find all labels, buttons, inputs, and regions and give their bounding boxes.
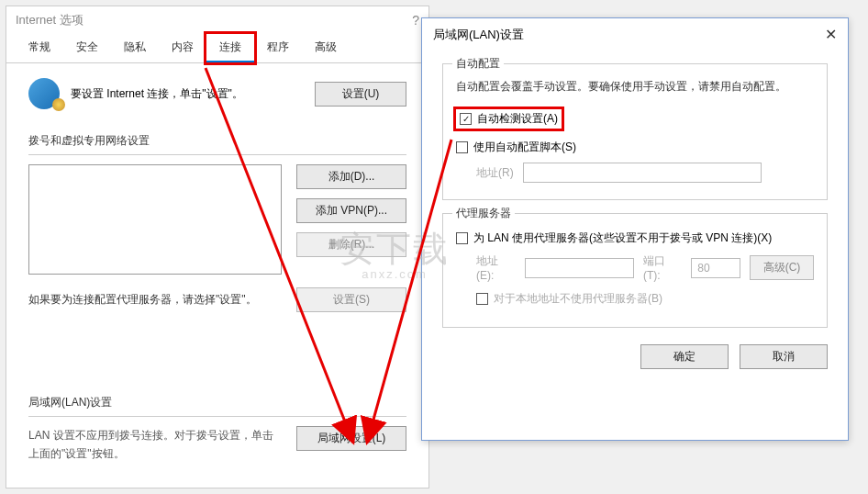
intro-text: 要设置 Internet 连接，单击"设置"。: [71, 86, 243, 102]
group-proxy-title: 代理服务器: [452, 206, 515, 221]
group-proxy: 代理服务器 为 LAN 使用代理服务器(这些设置不用于拨号或 VPN 连接)(X…: [442, 213, 828, 328]
auto-detect-checkbox[interactable]: [460, 113, 472, 125]
proxy-addr-row: 地址(E): 端口(T): 80 高级(C): [476, 253, 814, 282]
use-proxy-checkbox[interactable]: [456, 232, 468, 244]
port-input[interactable]: 80: [691, 258, 740, 278]
tab-connections[interactable]: 连接: [206, 34, 254, 62]
dialup-area: 添加(D)... 添加 VPN(P)... 删除(R)...: [28, 164, 406, 275]
auto-script-row[interactable]: 使用自动配置脚本(S): [456, 140, 814, 155]
proxy-address-input[interactable]: [525, 258, 634, 278]
auto-detect-label: 自动检测设置(A): [477, 111, 558, 127]
globe-icon: [28, 78, 60, 109]
connections-listbox[interactable]: [28, 164, 282, 275]
auto-desc: 自动配置会覆盖手动设置。要确保使用手动设置，请禁用自动配置。: [456, 79, 814, 95]
lan-dialog-title: 局域网(LAN)设置: [433, 27, 524, 43]
lan-settings-dialog: 局域网(LAN)设置 ✕ 自动配置 自动配置会覆盖手动设置。要确保使用手动设置，…: [421, 17, 849, 441]
use-proxy-row[interactable]: 为 LAN 使用代理服务器(这些设置不用于拨号或 VPN 连接)(X): [456, 230, 814, 246]
proxy-row: 如果要为连接配置代理服务器，请选择"设置"。 设置(S): [28, 287, 406, 312]
title-bar: Internet 选项 ?: [6, 6, 428, 34]
lan-desc: LAN 设置不应用到拨号连接。对于拨号设置，单击上面的"设置"按钮。: [28, 426, 280, 464]
tab-programs[interactable]: 程序: [254, 34, 302, 62]
section-dialup-title: 拨号和虚拟专用网络设置: [28, 133, 406, 149]
proxy-text: 如果要为连接配置代理服务器，请选择"设置"。: [28, 292, 296, 308]
group-auto-title: 自动配置: [452, 56, 504, 72]
auto-detect-row[interactable]: 自动检测设置(A): [456, 109, 562, 129]
add-button[interactable]: 添加(D)...: [296, 164, 406, 189]
tab-advanced[interactable]: 高级: [302, 34, 350, 62]
tab-security[interactable]: 安全: [63, 34, 111, 62]
tab-strip: 常规 安全 隐私 内容 连接 程序 高级: [6, 34, 428, 63]
tab-privacy[interactable]: 隐私: [111, 34, 159, 62]
setup-button[interactable]: 设置(U): [315, 82, 406, 107]
lan-body: 自动配置 自动配置会覆盖手动设置。要确保使用手动设置，请禁用自动配置。 自动检测…: [422, 51, 848, 380]
script-address-input[interactable]: [523, 163, 762, 183]
dialog-buttons: 确定 取消: [442, 344, 828, 369]
advanced-button: 高级(C): [750, 255, 814, 280]
group-auto-config: 自动配置 自动配置会覆盖手动设置。要确保使用手动设置，请禁用自动配置。 自动检测…: [442, 63, 828, 200]
cancel-button[interactable]: 取消: [740, 344, 828, 369]
auto-script-label: 使用自动配置脚本(S): [473, 140, 576, 155]
bypass-label: 对于本地地址不使用代理服务器(B): [494, 291, 662, 307]
script-addr-row: 地址(R): [476, 163, 814, 183]
add-vpn-button[interactable]: 添加 VPN(P)...: [296, 198, 406, 223]
intro-row: 要设置 Internet 连接，单击"设置"。 设置(U): [28, 78, 406, 109]
lan-section: 局域网(LAN)设置 LAN 设置不应用到拨号连接。对于拨号设置，单击上面的"设…: [28, 395, 406, 464]
use-proxy-label: 为 LAN 使用代理服务器(这些设置不用于拨号或 VPN 连接)(X): [473, 230, 772, 246]
ok-button[interactable]: 确定: [640, 344, 729, 369]
side-buttons: 添加(D)... 添加 VPN(P)... 删除(R)...: [296, 164, 406, 275]
internet-options-dialog: Internet 选项 ? 常规 安全 隐私 内容 连接 程序 高级 要设置 I…: [6, 6, 429, 488]
settings-button: 设置(S): [296, 287, 406, 312]
port-label: 端口(T):: [643, 253, 682, 282]
proxy-addr-label: 地址(E):: [476, 253, 516, 282]
auto-script-checkbox[interactable]: [456, 141, 468, 153]
delete-button: 删除(R)...: [296, 232, 406, 257]
divider-lan: [28, 416, 406, 417]
addr-label: 地址(R): [476, 165, 514, 181]
tab-general[interactable]: 常规: [16, 34, 63, 62]
bypass-row[interactable]: 对于本地地址不使用代理服务器(B): [476, 291, 814, 307]
help-icon[interactable]: ?: [412, 13, 419, 28]
lan-title-bar: 局域网(LAN)设置 ✕: [422, 18, 848, 51]
dialog-title: Internet 选项: [16, 12, 83, 28]
bypass-checkbox[interactable]: [476, 293, 488, 305]
section-lan-title: 局域网(LAN)设置: [28, 395, 406, 410]
lan-settings-button[interactable]: 局域网设置(L): [296, 426, 406, 451]
content-area: 要设置 Internet 连接，单击"设置"。 设置(U) 拨号和虚拟专用网络设…: [6, 63, 428, 478]
close-icon[interactable]: ✕: [825, 26, 837, 43]
divider: [28, 154, 406, 155]
tab-content[interactable]: 内容: [159, 34, 206, 62]
